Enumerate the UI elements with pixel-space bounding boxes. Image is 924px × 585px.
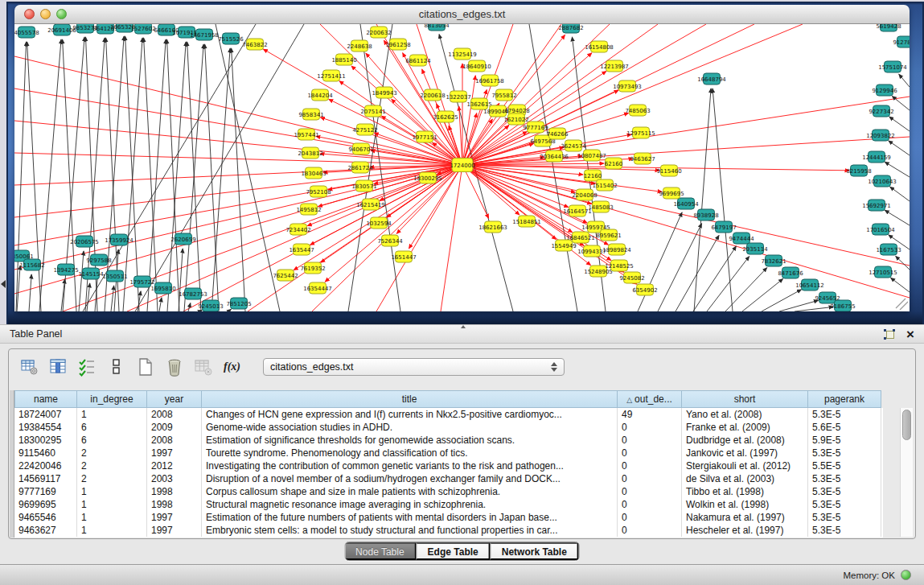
new-table-icon[interactable]	[134, 356, 156, 378]
table-cell[interactable]: 5.6E-5	[808, 421, 881, 434]
network-edge[interactable]	[179, 249, 183, 311]
network-edge[interactable]	[462, 165, 662, 192]
column-visibility-icon[interactable]	[47, 356, 69, 378]
table-row[interactable]: 946362711997Embryonic stem cells: a mode…	[14, 524, 883, 537]
table-row[interactable]: 2242004622012Investigating the contribut…	[14, 459, 883, 472]
column-header-name[interactable]: name	[14, 390, 77, 408]
network-edge[interactable]	[144, 38, 158, 311]
network-edge[interactable]	[135, 24, 304, 311]
table-cell[interactable]: Structural magnetic resonance image aver…	[202, 498, 618, 511]
network-edge[interactable]	[123, 38, 142, 311]
table-cell[interactable]: 1	[77, 408, 147, 421]
network-edge[interactable]	[16, 42, 27, 311]
table-cell[interactable]: 0	[618, 472, 682, 485]
table-row[interactable]: 946554611997Estimation of the future num…	[14, 511, 883, 524]
table-cell[interactable]: de Silva et al. (2003)	[682, 472, 808, 485]
network-edge[interactable]	[27, 42, 41, 311]
table-cell[interactable]: 2	[77, 447, 147, 459]
table-cell[interactable]: 9465546	[14, 511, 77, 524]
table-cell[interactable]: 22420046	[14, 459, 77, 472]
table-cell[interactable]: 2	[77, 472, 147, 485]
table-chooser-dropdown[interactable]: citations_edges.txt	[263, 358, 565, 376]
network-edge[interactable]	[125, 36, 139, 311]
network-edge[interactable]	[725, 268, 767, 311]
network-edge[interactable]	[795, 307, 833, 311]
table-cell[interactable]: Investigating the contribution of common…	[202, 459, 618, 472]
collapse-left-arrow-icon[interactable]	[1, 280, 6, 288]
table-cell[interactable]: 0	[618, 524, 682, 537]
table-cell[interactable]: 0	[618, 498, 682, 511]
table-cell[interactable]: 9463627	[14, 524, 77, 537]
table-cell[interactable]: 0	[618, 459, 682, 472]
table-cell[interactable]: Corpus callosum shape and size in male p…	[202, 485, 618, 498]
network-edge[interactable]	[892, 97, 910, 110]
table-settings-icon[interactable]	[18, 356, 40, 378]
network-edge[interactable]	[147, 39, 166, 311]
table-cell[interactable]: Wolkin et al. (1998)	[682, 498, 808, 511]
close-panel-icon[interactable]: ×	[906, 328, 914, 340]
network-edge[interactable]	[899, 74, 910, 87]
table-cell[interactable]: Genome-wide association studies in ADHD.	[202, 421, 618, 434]
network-window-titlebar[interactable]: citations_edges.txt	[14, 5, 910, 24]
table-cell[interactable]: 0	[618, 447, 682, 459]
network-edge[interactable]	[184, 44, 203, 311]
table-cell[interactable]: 0	[618, 511, 682, 524]
table-row[interactable]: 1456911722003Disruption of a novel membe…	[14, 472, 883, 485]
minimize-button[interactable]	[40, 9, 51, 19]
table-cell[interactable]: 1	[77, 485, 147, 498]
network-edge[interactable]	[638, 212, 682, 311]
network-edge[interactable]	[891, 278, 910, 292]
table-row[interactable]: 969969511998Structural magnetic resonanc…	[14, 498, 883, 511]
table-cell[interactable]: Dudbridge et al. (2008)	[682, 434, 808, 447]
table-cell[interactable]: 2008	[147, 434, 202, 447]
network-edge[interactable]	[228, 309, 231, 311]
table-cell[interactable]: 1	[77, 498, 147, 511]
table-cell[interactable]: Tibbo et al. (1998)	[682, 485, 808, 498]
network-edge[interactable]	[742, 278, 783, 311]
table-row[interactable]: 911546021997Tourette syndrome. Phenomeno…	[14, 447, 883, 459]
table-cell[interactable]: 9699695	[14, 498, 77, 511]
table-cell[interactable]: 1997	[147, 447, 202, 459]
table-row[interactable]: 977716911998Corpus callosum shape and si…	[14, 485, 883, 498]
table-cell[interactable]: 5.3E-5	[808, 408, 881, 421]
table-cell[interactable]: 6	[77, 421, 147, 434]
table-cell[interactable]: 19384554	[14, 421, 77, 434]
table-cell[interactable]: Estimation of the future numbers of pati…	[202, 511, 618, 524]
table-cell[interactable]: 1998	[147, 485, 202, 498]
splitter-handle[interactable]	[459, 325, 466, 332]
tab-network-table[interactable]: Network Table	[491, 542, 579, 560]
table-cell[interactable]: 18300295	[14, 434, 77, 447]
column-header-title[interactable]: title	[202, 390, 618, 408]
column-header-pagerank[interactable]: pagerank	[808, 390, 881, 408]
network-edge[interactable]	[890, 187, 910, 201]
table-cell[interactable]: Estimation of significance thresholds fo…	[202, 434, 618, 447]
import-table-icon[interactable]	[192, 356, 214, 378]
table-cell[interactable]: 1997	[147, 524, 202, 537]
network-edge[interactable]	[111, 286, 114, 311]
table-cell[interactable]: Stergiakouli et al. (2012)	[682, 459, 808, 472]
table-cell[interactable]: 1	[77, 524, 147, 537]
table-cell[interactable]: Nakamura et al. (1997)	[682, 511, 808, 524]
network-canvas[interactable]: 1724000405557820691406985327186412031065…	[14, 24, 910, 311]
table-cell[interactable]: 5.3E-5	[808, 498, 881, 511]
table-cell[interactable]: 6	[77, 434, 147, 447]
network-edge[interactable]	[83, 24, 256, 311]
network-edge[interactable]	[232, 48, 245, 311]
row-height-icon[interactable]	[105, 356, 127, 378]
network-edge[interactable]	[462, 137, 910, 165]
table-cell[interactable]: 1	[77, 511, 147, 524]
table-cell[interactable]: 2003	[147, 472, 202, 485]
network-edge[interactable]	[211, 48, 230, 311]
table-row[interactable]: 1872400712008Changes of HCN gene express…	[14, 408, 883, 421]
table-cell[interactable]: 2008	[147, 408, 202, 421]
table-cell[interactable]: 1998	[147, 498, 202, 511]
network-edge[interactable]	[889, 141, 910, 155]
table-cell[interactable]: 18724007	[14, 408, 77, 421]
function-builder-icon[interactable]: f(x)	[221, 356, 243, 378]
tab-node-table[interactable]: Node Table	[345, 542, 417, 560]
table-cell[interactable]: Hescheler et al. (1997)	[682, 524, 808, 537]
tab-edge-table[interactable]: Edge Table	[417, 542, 491, 560]
memory-indicator-icon[interactable]	[901, 570, 911, 580]
table-cell[interactable]: 9777169	[14, 485, 77, 498]
resize-grip-icon[interactable]	[896, 299, 908, 310]
